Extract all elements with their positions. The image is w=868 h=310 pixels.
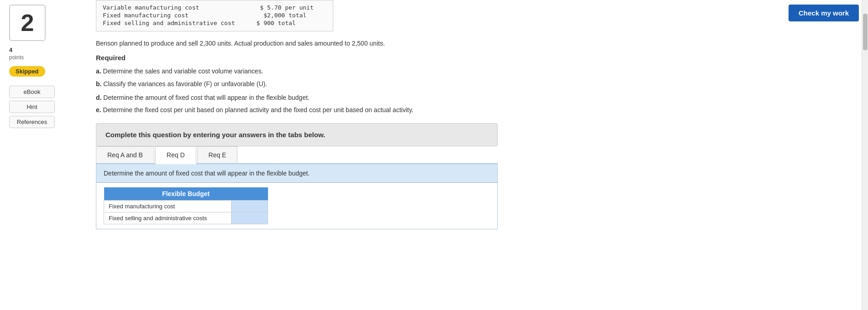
req-b: b. Classify the variances as favorable (… <box>96 79 848 90</box>
left-panel: 2 4 points Skipped eBook Hint References <box>0 0 91 310</box>
req-b-text: Classify the variances as favorable (F) … <box>103 80 267 88</box>
req-a: a. Determine the sales and variable cost… <box>96 66 848 77</box>
table-row-fixed-mfg: Fixed manufacturing cost <box>104 201 268 212</box>
fixed-sga-label: Fixed selling and administrative costs <box>104 212 231 224</box>
req-a-text: Determine the sales and variable cost vo… <box>103 67 263 75</box>
intro-text: Benson planned to produce and sell 2,300… <box>96 39 848 48</box>
skipped-badge: Skipped <box>9 66 45 77</box>
check-my-work-area: Check my work <box>789 5 859 21</box>
question-number: 2 <box>9 5 46 41</box>
req-b-prefix: b. <box>96 80 101 88</box>
hint-button[interactable]: Hint <box>9 101 55 113</box>
complete-box-text: Complete this question by entering your … <box>105 131 325 139</box>
tab-req-ab[interactable]: Req A and B <box>96 146 154 163</box>
cost-table: Variable manufacturing cost $ 5.70 per u… <box>96 0 333 31</box>
points-label: points <box>9 54 24 61</box>
fixed-mfg-input-cell[interactable] <box>231 201 268 212</box>
fixed-mfg-input[interactable] <box>236 203 263 210</box>
main-content: Variable manufacturing cost $ 5.70 per u… <box>91 0 862 310</box>
tabs-row: Req A and B Req D Req E <box>96 146 498 164</box>
complete-box: Complete this question by entering your … <box>96 123 498 146</box>
references-button[interactable]: References <box>9 116 55 128</box>
req-a-prefix: a. <box>96 67 101 75</box>
cost-row-variable: Variable manufacturing cost $ 5.70 per u… <box>103 4 326 11</box>
req-e: e. Determine the fixed cost per unit bas… <box>96 105 848 116</box>
fixed-mfg-label: Fixed manufacturing cost <box>104 201 231 212</box>
cost-row-fixed-mfg: Fixed manufacturing cost $2,000 total <box>103 12 326 19</box>
tab-description: Determine the amount of fixed cost that … <box>96 164 497 183</box>
req-d-text: Determine the amount of fixed cost that … <box>103 94 309 101</box>
fixed-sga-input[interactable] <box>236 215 263 222</box>
required-heading: Required <box>96 54 848 62</box>
ebook-button[interactable]: eBook <box>9 86 55 98</box>
table-row-fixed-sga: Fixed selling and administrative costs <box>104 212 268 224</box>
scrollbar[interactable] <box>862 0 868 310</box>
requirements-list: a. Determine the sales and variable cost… <box>96 66 848 116</box>
fixed-sga-input-cell[interactable] <box>231 212 268 224</box>
req-e-text: Determine the fixed cost per unit based … <box>103 106 414 114</box>
tab-req-d[interactable]: Req D <box>155 146 196 164</box>
tab-req-e[interactable]: Req E <box>197 146 238 163</box>
flexible-budget-table: Flexible Budget Fixed manufacturing cost… <box>104 187 268 224</box>
req-d-prefix: d. <box>96 94 101 101</box>
tabs-container: Req A and B Req D Req E Determine the am… <box>96 146 498 229</box>
req-e-prefix: e. <box>96 106 101 114</box>
flexible-budget-header: Flexible Budget <box>104 187 268 201</box>
scrollbar-thumb[interactable] <box>863 14 868 50</box>
points-value: 4 <box>9 46 12 53</box>
cost-row-fixed-sga: Fixed selling and administrative cost $ … <box>103 20 326 26</box>
check-my-work-button[interactable]: Check my work <box>789 5 859 21</box>
tab-content: Determine the amount of fixed cost that … <box>96 164 498 229</box>
req-d: d. Determine the amount of fixed cost th… <box>96 93 848 103</box>
